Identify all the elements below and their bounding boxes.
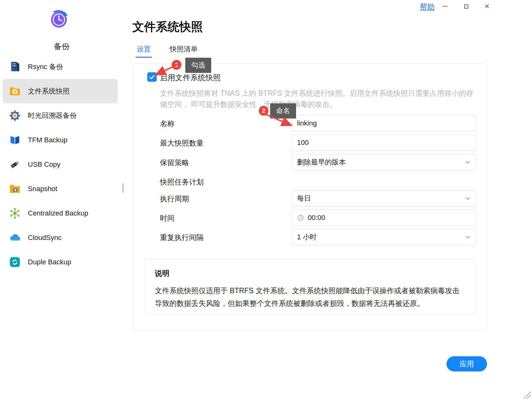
minimize-button[interactable] <box>440 2 450 11</box>
cycle-select[interactable]: 每日 <box>292 190 476 207</box>
time-value: 00:00 <box>308 214 325 222</box>
repeat-interval-select[interactable]: 1 小时 <box>292 229 476 245</box>
retention-policy-label: 保留策略 <box>160 158 189 168</box>
sidebar-item-cloudsync[interactable]: CloudSync <box>3 225 118 250</box>
sidebar-item-duple-backup[interactable]: Duple Backup <box>3 250 118 274</box>
sidebar-item-centralized-backup[interactable]: Centralized Backup <box>3 201 118 225</box>
tab-bar: 设置 快照清单 <box>137 44 198 58</box>
usb-drive-icon <box>9 158 21 171</box>
checkmark-icon <box>149 74 155 81</box>
enable-snapshot-label: 启用文件系统快照 <box>160 73 221 83</box>
annotation-step2-badge: 2 <box>259 106 269 116</box>
sidebar-scrollbar[interactable] <box>122 183 124 193</box>
clock-icon <box>297 214 304 221</box>
tfm-book-icon <box>9 134 21 146</box>
name-input[interactable] <box>292 115 476 132</box>
repeat-interval-value: 1 小时 <box>297 232 317 242</box>
sidebar-item-label: Snapshot <box>28 185 57 193</box>
sidebar: 备份 Rsync 备份 <box>0 0 125 400</box>
backup-clock-icon <box>48 8 71 30</box>
note-box: 说明 文件系统快照仅适用于 BTRFS 文件系统。文件系统快照能降低由于误操作或… <box>144 259 476 314</box>
gear-icon <box>9 110 21 122</box>
retention-policy-select[interactable]: 删除最早的版本 <box>292 154 476 171</box>
sidebar-item-label: 时光回溯器备份 <box>28 111 77 120</box>
maximize-icon <box>464 4 468 9</box>
schedule-section-label: 快照任务计划 <box>160 177 204 187</box>
tab-snapshot-list[interactable]: 快照清单 <box>170 44 198 58</box>
enable-snapshot-checkbox[interactable] <box>147 72 157 82</box>
sidebar-item-label: Rsync 备份 <box>28 62 63 72</box>
sidebar-item-label: 文件系统快照 <box>28 87 70 96</box>
chevron-down-icon <box>465 159 471 165</box>
sidebar-nav: Rsync 备份 文件系统快照 <box>3 55 118 274</box>
retention-policy-value: 删除最早的版本 <box>297 158 346 167</box>
name-label: 名称 <box>160 119 174 129</box>
minimize-icon <box>443 6 447 7</box>
sidebar-item-snapshot[interactable]: Snapshot <box>3 177 118 201</box>
page-title: 文件系统快照 <box>132 19 203 35</box>
sidebar-item-label: USB Copy <box>28 160 60 169</box>
settings-panel: 启用文件系统快照 文件系统快照将对 TNAS 上的 BTRFS 文件系统进行快照… <box>132 63 487 330</box>
annotation-step1-tooltip: 勾选 <box>185 58 211 73</box>
enable-snapshot-description: 文件系统快照将对 TNAS 上的 BTRFS 文件系统进行快照。启用文件系统快照… <box>160 88 475 110</box>
chevron-down-icon <box>465 234 471 240</box>
sidebar-item-tfm-backup[interactable]: TFM Backup <box>3 128 118 152</box>
sidebar-item-rsync-backup[interactable]: Rsync 备份 <box>3 55 118 79</box>
sidebar-section-title: 备份 <box>0 41 124 52</box>
help-link[interactable]: 帮助 <box>420 2 434 12</box>
apply-button[interactable]: 应用 <box>446 356 487 371</box>
cycle-value: 每日 <box>297 194 311 203</box>
chevron-down-icon <box>465 195 471 202</box>
max-snapshots-input[interactable] <box>292 134 476 151</box>
sidebar-item-usb-copy[interactable]: USB Copy <box>3 152 118 177</box>
sync-arrows-icon <box>9 256 21 268</box>
sidebar-item-label: CloudSync <box>28 234 61 242</box>
app-window: 帮助 ✕ 备份 <box>0 0 532 400</box>
sidebar-item-label: TFM Backup <box>28 136 67 144</box>
sidebar-item-label: Duple Backup <box>28 258 71 266</box>
filesystem-snapshot-folder-icon <box>9 85 21 97</box>
network-node-icon <box>9 207 21 219</box>
note-body: 文件系统快照仅适用于 BTRFS 文件系统。文件系统快照能降低由于误操作或者被勒… <box>155 284 467 310</box>
time-input[interactable]: 00:00 <box>292 210 476 226</box>
annotation-step2-tooltip: 命名 <box>270 103 296 119</box>
sidebar-item-label: Centralized Backup <box>28 209 88 217</box>
snapshot-folder-icon <box>9 183 21 195</box>
close-icon: ✕ <box>484 3 490 10</box>
cloud-icon <box>9 232 21 244</box>
maximize-button[interactable] <box>461 2 471 11</box>
max-snapshots-label: 最大快照数量 <box>160 138 204 148</box>
annotation-step1-badge: 1 <box>172 60 181 70</box>
repeat-interval-label: 重复执行间隔 <box>160 233 204 242</box>
sidebar-item-filesystem-snapshot[interactable]: 文件系统快照 <box>3 79 118 103</box>
close-button[interactable]: ✕ <box>482 2 492 11</box>
tab-settings[interactable]: 设置 <box>137 44 151 58</box>
sidebar-item-time-machine-backup[interactable]: 时光回溯器备份 <box>3 103 118 128</box>
note-title: 说明 <box>155 268 169 278</box>
time-label: 时间 <box>160 213 174 223</box>
cycle-label: 执行周期 <box>160 194 189 204</box>
rsync-server-icon <box>9 61 21 73</box>
resize-grip[interactable] <box>522 390 531 399</box>
